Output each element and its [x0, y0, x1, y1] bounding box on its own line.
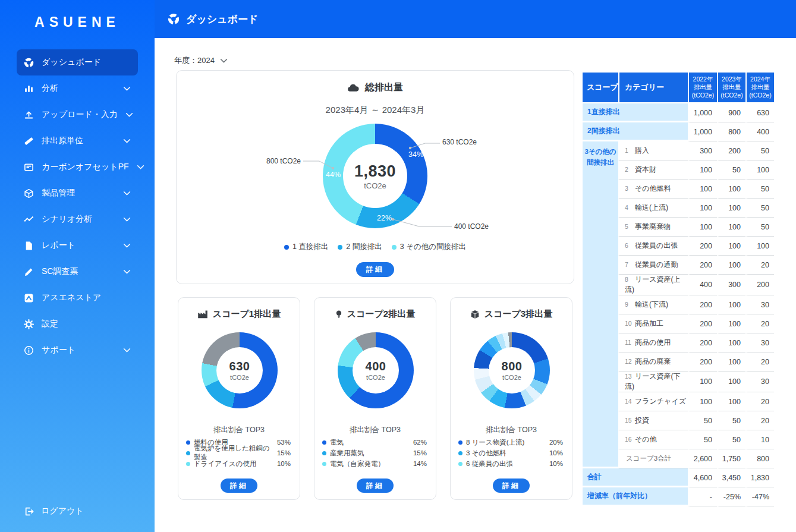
scope2-detail-button[interactable]: 詳細 [357, 479, 394, 493]
scope2-title: スコープ2排出量 [347, 309, 415, 320]
emission-value: 200 [745, 275, 774, 295]
sidebar-item-asuene-store[interactable]: アスエネストア [17, 285, 138, 311]
category-number: 6 [625, 242, 633, 249]
emission-value: 100 [688, 160, 717, 180]
legend-label: 1 直接排出 [292, 242, 328, 252]
category-number: 12 [625, 358, 633, 365]
category-name: リース資産(下流) [625, 372, 681, 391]
sidebar-item-report[interactable]: レポート [17, 232, 138, 259]
emission-value: 1,830 [745, 468, 774, 487]
sidebar-item-dashboard[interactable]: ダッシュボード [17, 49, 138, 75]
scope1-title: スコープ1排出量 [213, 309, 281, 320]
asuene-logo: ASUENE [34, 14, 120, 30]
emission-value: 50 [717, 411, 745, 430]
top3-pct: 53% [277, 439, 291, 446]
category-number: 16 [625, 436, 633, 443]
emission-value: 200 [688, 352, 717, 372]
sidebar-item-settings[interactable]: 設定 [17, 311, 138, 337]
scenario-icon [24, 215, 34, 225]
emission-value: 200 [688, 295, 717, 314]
total-emissions-card: 総排出量 2023年4月 ～ 2024年3月 1,830 tCO2e 34% 4… [176, 70, 574, 284]
category-cell: 16その他 [618, 430, 688, 449]
top3-pct: 15% [413, 449, 427, 457]
category-number: 4 [625, 204, 633, 211]
amount-label-direct: 630 tCO2e [442, 138, 490, 146]
scope1-detail-button[interactable]: 詳細 [221, 479, 257, 493]
top3-row: 6 従業員の出張10% [458, 458, 563, 469]
chevron-down-icon [123, 269, 131, 275]
emission-value: 400 [688, 275, 717, 295]
emission-value: 20 [745, 256, 774, 275]
total-unit: tCO2e [364, 181, 386, 190]
emission-value: 100 [717, 199, 745, 218]
scope2-donut-chart: 400tCO2e [338, 332, 414, 408]
category-name: 輸送(下流) [635, 300, 668, 309]
change-rate-label: 増減率（前年対比） [583, 487, 688, 506]
emission-value: -25% [717, 487, 745, 506]
top3-dot [186, 451, 190, 455]
sidebar-item-scenario-analysis[interactable]: シナリオ分析 [17, 206, 138, 232]
category-number: 3 [625, 185, 633, 192]
sidebar-item-label: レポート [42, 240, 75, 251]
upload-icon [24, 110, 34, 120]
sidebar-nav: ダッシュボード分析アップロード・入力排出原単位カーボンオフセットPF製品管理シナ… [0, 49, 155, 506]
top3-name: ドライアイスの使用 [194, 459, 256, 468]
logout-button[interactable]: ログアウト [0, 506, 155, 532]
sidebar-item-product-management[interactable]: 製品管理 [17, 180, 138, 206]
sidebar-item-upload[interactable]: アップロード・入力 [17, 102, 138, 128]
top3-row: 電気炉を使用した粗銅の製造15% [186, 448, 291, 458]
donut-center: 400tCO2e [353, 347, 399, 394]
year-filter-dropdown[interactable]: 年度：2024 [174, 55, 228, 66]
category-cell: 8リース資産(上流) [618, 275, 688, 295]
scope2-value: 400 [366, 360, 386, 373]
sidebar-item-analysis[interactable]: 分析 [17, 75, 138, 102]
top3-list: 8 リース物資(上流)20%3 その他燃料10%6 従業員の出張10% [458, 437, 563, 469]
emission-value: 50 [688, 411, 717, 430]
emission-value: 30 [745, 372, 774, 392]
emission-value: 100 [717, 372, 745, 392]
dashboard-icon [24, 58, 34, 68]
emission-value: 20 [745, 314, 774, 333]
emission-value: 100 [717, 295, 745, 314]
category-name: 事業廃棄物 [635, 222, 671, 231]
top3-title: 排出割合 TOP3 [314, 425, 436, 435]
column-header-year-2024: 2024年 排出量 (tCO2e) [745, 73, 774, 103]
category-number: 7 [625, 261, 633, 268]
gear-icon [24, 319, 34, 329]
category-number: 10 [625, 320, 633, 327]
sidebar-item-label: 排出原単位 [42, 136, 83, 146]
sidebar-item-sc-survey[interactable]: SC調査票 [17, 259, 138, 285]
sidebar-item-label: カーボンオフセットPF [42, 162, 129, 172]
emission-value: 20 [745, 352, 774, 372]
scope3-value: 800 [502, 360, 523, 373]
period-label: 2023年4月 ～ 2024年3月 [177, 105, 574, 116]
top3-dot [186, 440, 190, 445]
donut-center: 630tCO2e [216, 347, 263, 394]
scope3-total-label: スコープ3合計 [618, 449, 688, 468]
donut-center: 800tCO2e [489, 347, 535, 394]
category-cell: 10商品加工 [618, 314, 688, 333]
scope3-detail-button[interactable]: 詳細 [493, 479, 530, 493]
emission-value: 50 [745, 180, 774, 199]
sidebar-item-label: SC調査票 [42, 266, 78, 277]
info-icon [24, 345, 34, 355]
total-detail-button[interactable]: 詳細 [356, 262, 394, 277]
category-cell: 2資本財 [618, 160, 688, 180]
top3-title: 排出割合 TOP3 [178, 425, 300, 435]
category-name: 投資 [635, 416, 649, 424]
sidebar-item-support[interactable]: サポート [17, 337, 138, 363]
segment-pct-other: 44% [326, 171, 341, 179]
asuene-dashboard-app: ASUENE ダッシュボード分析アップロード・入力排出原単位カーボンオフセットP… [0, 0, 796, 532]
sidebar: ASUENE ダッシュボード分析アップロード・入力排出原単位カーボンオフセットP… [0, 0, 155, 532]
sidebar-item-emission-factor[interactable]: 排出原単位 [17, 128, 138, 154]
scope-row-label: 1直接排出 [583, 103, 688, 122]
emission-value: 100 [745, 160, 774, 180]
emission-value: 200 [688, 256, 717, 275]
scope1-title-row: スコープ1排出量 [178, 309, 300, 320]
table-row: 1直接排出1,000900630 [583, 103, 774, 122]
emission-value: 200 [688, 237, 717, 256]
top3-row: ドライアイスの使用10% [186, 458, 291, 469]
sidebar-item-carbon-offset-pf[interactable]: カーボンオフセットPF [17, 154, 138, 180]
ruler-icon [24, 136, 34, 146]
emissions-table: スコープカテゴリー2022年 排出量 (tCO2e)2023年 排出量 (tCO… [583, 73, 774, 506]
